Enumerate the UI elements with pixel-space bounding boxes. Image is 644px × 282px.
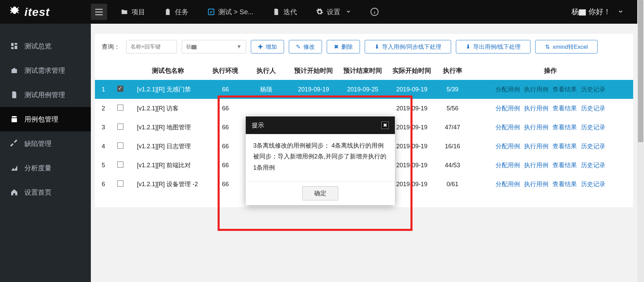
menu-toggle[interactable] — [91, 4, 107, 20]
add-button[interactable]: ✚ 增加 — [251, 40, 284, 53]
home-icon — [10, 188, 18, 196]
cell-idx: 3 — [95, 118, 112, 137]
action-history[interactable]: 历史记录 — [581, 124, 605, 131]
dialog-footer: 确定 — [246, 181, 395, 205]
cell-actions: 分配用例执行用例查看结果历史记录 — [468, 118, 633, 137]
nav-test[interactable]: 测试 > Se... — [207, 7, 254, 17]
tools-icon — [10, 139, 18, 148]
action-run[interactable]: 执行用例 — [524, 86, 548, 93]
action-assign[interactable]: 分配用例 — [496, 124, 520, 131]
action-assign[interactable]: 分配用例 — [496, 143, 520, 150]
sidebar-item-case[interactable]: 测试用例管理 — [0, 83, 91, 107]
scroll-thumb[interactable] — [638, 0, 643, 142]
dialog: 提示 ✖ 3条离线修改的用例被同步； 4条离线执行的用例被同步；导入新增用例2条… — [246, 116, 395, 205]
checkbox-icon[interactable] — [117, 143, 123, 149]
user-select-value: 杨▇ — [186, 43, 197, 50]
cell-cb[interactable] — [112, 156, 129, 175]
action-assign[interactable]: 分配用例 — [496, 105, 520, 112]
action-result[interactable]: 查看结果 — [552, 162, 577, 169]
xmind-button[interactable]: ⇅ xmind转Excel — [535, 40, 598, 53]
dialog-ok-button[interactable]: 确定 — [302, 186, 338, 200]
action-assign[interactable]: 分配用例 — [496, 162, 520, 169]
cell-cb[interactable] — [112, 80, 129, 99]
import-button[interactable]: ⬇ 导入用例/同步线下处理 — [365, 40, 451, 53]
edit-label: 修改 — [303, 43, 315, 51]
action-run[interactable]: 执行用例 — [524, 162, 548, 169]
chevron-down-icon — [346, 8, 351, 16]
cell-cb[interactable] — [112, 99, 129, 118]
export-button[interactable]: ⬇ 导出用例/线下处理 — [456, 40, 531, 53]
download-icon: ⬇ — [375, 43, 379, 50]
action-result[interactable]: 查看结果 — [552, 105, 577, 112]
cell-idx: 5 — [95, 156, 112, 175]
dialog-close-button[interactable]: ✖ — [381, 122, 389, 129]
checkbox-icon[interactable] — [117, 161, 123, 168]
action-history[interactable]: 历史记录 — [581, 105, 605, 112]
delete-button[interactable]: ✖ 删除 — [327, 40, 360, 53]
sidebar-item-defect[interactable]: 缺陷管理 — [0, 131, 91, 156]
sidebar: 测试总览 测试需求管理 测试用例管理 用例包管理 缺陷管理 分析度量 设置首页 — [0, 24, 91, 282]
info-icon — [370, 7, 379, 16]
action-history[interactable]: 历史记录 — [581, 181, 605, 188]
cell-idx: 2 — [95, 99, 112, 118]
edit-button[interactable]: ✎ 修改 — [289, 40, 322, 53]
topnav: 项目 任务 测试 > Se... 迭代 设置 — [121, 7, 379, 17]
clipboard-icon — [164, 8, 172, 16]
cell-cb[interactable] — [112, 137, 129, 156]
table-row[interactable]: 2[v1.2.1][R] 访客662019-09-195/56分配用例执行用例查… — [95, 99, 633, 118]
nav-iteration[interactable]: 迭代 — [273, 7, 297, 17]
cell-as: 2019-09-19 — [386, 80, 437, 99]
sidebar-item-home[interactable]: 设置首页 — [0, 180, 91, 204]
dialog-body: 3条离线修改的用例被同步； 4条离线执行的用例被同步；导入新增用例2条,并同步了… — [246, 134, 395, 181]
action-run[interactable]: 执行用例 — [524, 143, 548, 150]
sidebar-item-label: 测试用例管理 — [24, 90, 65, 100]
action-run[interactable]: 执行用例 — [524, 181, 548, 188]
checkbox-icon[interactable] — [117, 86, 123, 92]
checkbox-icon[interactable] — [117, 180, 123, 187]
briefcase-icon — [10, 66, 18, 74]
search-input[interactable] — [126, 40, 177, 53]
add-label: 增加 — [265, 43, 277, 51]
cell-env: 66 — [207, 99, 244, 118]
cell-exec: 杨颉 — [244, 80, 288, 99]
nav-info[interactable] — [370, 7, 379, 16]
vertical-scrollbar[interactable] — [637, 0, 644, 282]
action-assign[interactable]: 分配用例 — [496, 181, 520, 188]
action-history[interactable]: 历史记录 — [581, 86, 605, 93]
sidebar-item-label: 缺陷管理 — [24, 139, 52, 148]
col-actual-start: 实际开始时间 — [386, 62, 437, 80]
cell-pkg: [v1.2.1][R] 前端比对 — [129, 156, 207, 175]
action-result[interactable]: 查看结果 — [552, 86, 577, 93]
nav-settings[interactable]: 设置 — [316, 7, 351, 17]
sidebar-item-analytics[interactable]: 分析度量 — [0, 156, 91, 180]
action-assign[interactable]: 分配用例 — [496, 86, 520, 93]
sidebar-item-label: 设置首页 — [24, 188, 52, 197]
sidebar-item-requirement[interactable]: 测试需求管理 — [0, 58, 91, 83]
cell-cb[interactable] — [112, 175, 129, 194]
user-select[interactable]: 杨▇ ▼ — [182, 40, 246, 53]
chevron-down-icon[interactable] — [618, 8, 624, 16]
action-run[interactable]: 执行用例 — [524, 124, 548, 131]
action-result[interactable]: 查看结果 — [552, 124, 577, 131]
sidebar-item-label: 测试需求管理 — [24, 66, 65, 75]
nav-settings-label: 设置 — [327, 7, 340, 17]
cell-rate: 16/16 — [437, 137, 468, 156]
col-plan-end: 预计结束时间 — [339, 62, 386, 80]
action-history[interactable]: 历史记录 — [581, 162, 605, 169]
checkbox-icon[interactable] — [117, 124, 123, 130]
nav-task[interactable]: 任务 — [164, 7, 188, 17]
nav-project[interactable]: 项目 — [121, 7, 145, 17]
cell-cb[interactable] — [112, 118, 129, 137]
nav-task-label: 任务 — [175, 7, 188, 17]
dialog-header: 提示 ✖ — [246, 116, 395, 134]
table-row[interactable]: 1[v1.2.1][R] 无感门禁66杨颉2019-09-192019-09-2… — [95, 80, 633, 99]
action-result[interactable]: 查看结果 — [552, 181, 577, 188]
action-result[interactable]: 查看结果 — [552, 143, 577, 150]
col-pkg: 测试包名称 — [129, 62, 207, 80]
action-history[interactable]: 历史记录 — [581, 143, 605, 150]
sidebar-item-overview[interactable]: 测试总览 — [0, 34, 91, 58]
sidebar-item-package[interactable]: 用例包管理 — [0, 107, 91, 131]
cell-rate: 0/61 — [437, 175, 468, 194]
action-run[interactable]: 执行用例 — [524, 105, 548, 112]
checkbox-icon[interactable] — [117, 105, 123, 111]
